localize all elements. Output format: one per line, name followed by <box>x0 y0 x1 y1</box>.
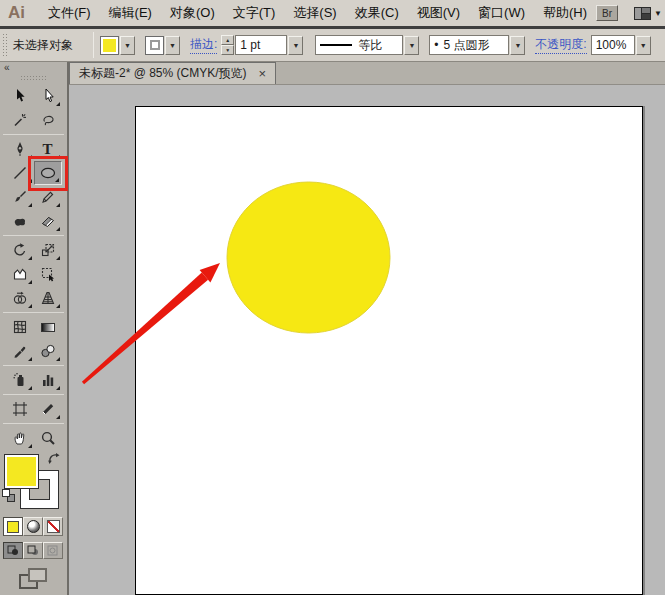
rotate-icon <box>12 242 28 258</box>
column-graph-icon <box>40 372 56 388</box>
menu-window[interactable]: 窗口(W) <box>469 0 534 26</box>
chevron-down-icon: ▼ <box>169 42 176 49</box>
draw-normal-button[interactable] <box>3 542 23 559</box>
menu-help[interactable]: 帮助(H) <box>534 0 596 26</box>
document-tab-bar: 未标题-2* @ 85% (CMYK/预览) × <box>69 62 665 85</box>
opacity-value[interactable]: 100% <box>591 35 635 55</box>
color-button[interactable] <box>3 517 23 536</box>
step-up-icon[interactable]: ▲ <box>221 35 234 45</box>
free-transform-tool[interactable] <box>34 262 62 286</box>
illustrator-window: Ai 文件(F) 编辑(E) 对象(O) 文字(T) 选择(S) 效果(C) 视… <box>0 0 665 595</box>
opacity-dropdown[interactable]: ▼ <box>636 36 651 55</box>
draw-inside-button[interactable] <box>43 542 63 559</box>
tool-separator <box>3 235 64 236</box>
direct-selection-arrow-icon <box>40 88 56 104</box>
column-graph-tool[interactable] <box>34 368 62 392</box>
rotate-tool[interactable] <box>6 238 34 262</box>
menu-object[interactable]: 对象(O) <box>161 0 224 26</box>
menu-edit[interactable]: 编辑(E) <box>100 0 161 26</box>
swap-fill-stroke-icon[interactable] <box>47 452 61 465</box>
width-tool[interactable] <box>6 262 34 286</box>
blob-brush-tool[interactable] <box>6 209 34 233</box>
menu-file[interactable]: 文件(F) <box>39 0 100 26</box>
direct-selection-tool[interactable] <box>34 84 62 108</box>
default-fill-stroke-icon[interactable] <box>2 489 16 503</box>
paintbrush-tool[interactable] <box>6 185 34 209</box>
close-icon[interactable]: × <box>259 67 267 80</box>
draw-normal-icon <box>7 545 19 556</box>
slice-tool[interactable] <box>34 397 62 421</box>
document-tab[interactable]: 未标题-2* @ 85% (CMYK/预览) × <box>69 62 276 84</box>
draw-behind-icon <box>27 545 39 556</box>
bridge-button[interactable]: Br <box>596 5 618 21</box>
eyedropper-tool[interactable] <box>6 339 34 363</box>
stroke-dropdown-button[interactable]: ▼ <box>165 36 180 55</box>
shape-builder-icon <box>12 290 28 306</box>
magic-wand-tool[interactable] <box>6 108 34 132</box>
mesh-tool[interactable] <box>6 315 34 339</box>
step-down-icon[interactable]: ▼ <box>221 45 234 55</box>
stroke-width-value[interactable]: 1 pt <box>235 35 287 55</box>
selection-arrow-icon <box>12 88 28 104</box>
hand-tool[interactable] <box>6 426 34 450</box>
tool-separator <box>3 365 64 366</box>
slice-knife-icon <box>40 401 56 417</box>
brush-value[interactable]: • 5 点圆形 <box>429 35 509 55</box>
canvas-overlay <box>69 85 665 595</box>
mesh-icon <box>12 319 28 335</box>
gradient-tool[interactable] <box>34 315 62 339</box>
blob-brush-icon <box>12 213 28 229</box>
panel-drag-grip[interactable] <box>0 75 67 84</box>
width-profile-label: 等比 <box>358 37 382 54</box>
type-tool-icon: T <box>42 141 52 158</box>
canvas-pasteboard[interactable] <box>69 85 665 595</box>
selection-tool[interactable] <box>6 84 34 108</box>
type-tool[interactable]: T <box>34 137 62 161</box>
ellipse-tool[interactable] <box>34 161 62 185</box>
artboard-tool[interactable] <box>6 397 34 421</box>
annotation-arrow-shaft <box>82 273 208 385</box>
pen-tool[interactable] <box>6 137 34 161</box>
blend-tool[interactable] <box>34 339 62 363</box>
panel-grip[interactable] <box>2 33 9 57</box>
yellow-ellipse-shape[interactable] <box>227 182 390 333</box>
eraser-tool[interactable] <box>34 209 62 233</box>
none-button[interactable] <box>43 517 63 536</box>
stroke-width-dropdown[interactable]: ▼ <box>288 36 303 55</box>
menu-effect[interactable]: 效果(C) <box>346 0 408 26</box>
perspective-grid-tool[interactable] <box>34 286 62 310</box>
menu-view[interactable]: 视图(V) <box>408 0 469 26</box>
menu-select[interactable]: 选择(S) <box>284 0 345 26</box>
gradient-button[interactable] <box>23 517 43 536</box>
shape-builder-tool[interactable] <box>6 286 34 310</box>
brush-dropdown[interactable]: ▼ <box>510 36 525 55</box>
line-segment-tool[interactable] <box>6 161 34 185</box>
width-profile-control: 等比 ▼ <box>315 35 419 55</box>
screen-mode-button[interactable] <box>19 568 49 590</box>
stroke-width-stepper[interactable]: ▲ ▼ <box>221 35 234 55</box>
workspace-switcher[interactable]: ▼ <box>634 7 662 20</box>
draw-behind-button[interactable] <box>23 542 43 559</box>
chevron-down-icon: ▼ <box>654 9 662 18</box>
symbol-sprayer-tool[interactable] <box>6 368 34 392</box>
scale-tool[interactable] <box>34 238 62 262</box>
fill-color-swatch[interactable] <box>100 36 119 55</box>
opacity-panel-link[interactable]: 不透明度: <box>535 36 586 54</box>
opacity-control: 100% ▼ <box>591 35 651 55</box>
fill-color-indicator[interactable] <box>4 454 39 489</box>
stroke-color-swatch[interactable] <box>145 36 164 55</box>
menu-type[interactable]: 文字(T) <box>224 0 285 26</box>
width-profile-value[interactable]: 等比 <box>315 35 403 55</box>
pencil-tool[interactable] <box>34 185 62 209</box>
stroke-panel-link[interactable]: 描边: <box>190 36 217 54</box>
fill-dropdown-button[interactable]: ▼ <box>120 36 135 55</box>
zoom-tool[interactable] <box>34 426 62 450</box>
artboard-icon <box>12 401 28 417</box>
fill-stroke-indicator <box>0 452 67 514</box>
magic-wand-icon <box>12 112 28 128</box>
panel-collapse-button[interactable]: « <box>0 62 67 75</box>
tool-separator <box>3 423 64 424</box>
lasso-tool[interactable] <box>34 108 62 132</box>
width-profile-dropdown[interactable]: ▼ <box>404 36 419 55</box>
hand-icon <box>12 430 28 446</box>
